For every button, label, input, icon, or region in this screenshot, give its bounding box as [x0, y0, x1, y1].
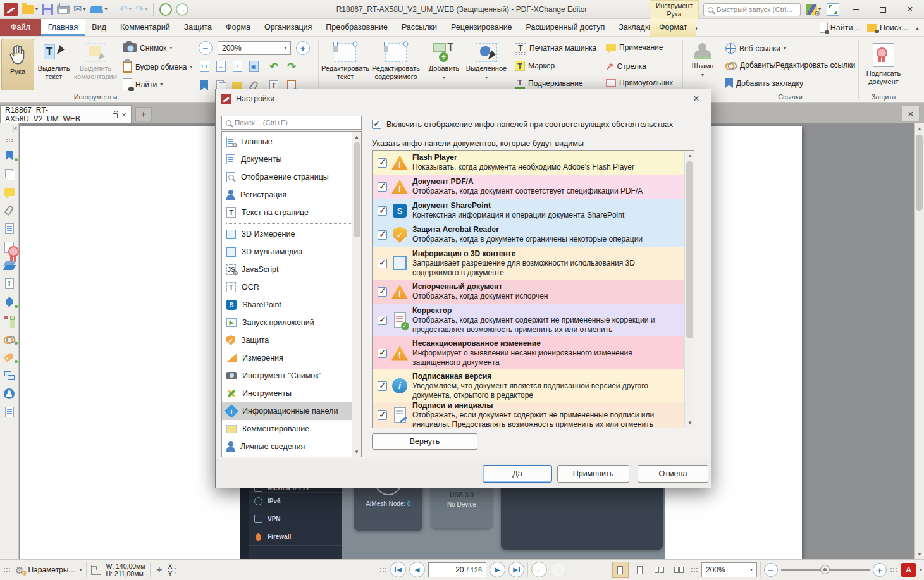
adobe-acrobat-icon[interactable]: A [901, 563, 916, 577]
ok-button[interactable]: Да [483, 465, 552, 483]
scan-button[interactable]: ▾ [89, 2, 108, 17]
arrow-tool-button[interactable]: ↗ Стрелка [606, 61, 646, 72]
checkbox-checked-icon[interactable] [378, 259, 387, 268]
close-button[interactable]: × [899, 1, 921, 18]
info-row-signed-version[interactable]: i Подписанная версияУведомляем, что доку… [373, 369, 684, 402]
category-info-bars[interactable]: iИнформационные панели [222, 402, 361, 420]
category-documents[interactable]: Документы [222, 151, 361, 168]
page-number-box[interactable]: / 126 [428, 562, 486, 577]
add-edit-links-button[interactable]: Добавить/Редактировать ссылки [725, 61, 855, 70]
two-pages-continuous-layout-button[interactable] [671, 562, 687, 578]
actual-size-button[interactable]: 1:1 [197, 59, 211, 73]
apply-button[interactable]: Применить [557, 465, 629, 483]
undo-button[interactable]: ↶▾ [118, 2, 132, 17]
rotate-ccw-button[interactable]: ↶ [267, 59, 281, 73]
tab-comment[interactable]: Комментарий [113, 19, 177, 36]
stamp-button[interactable]: Штамп ▾ [685, 39, 720, 93]
info-row-acrobat-security[interactable]: ✓ Защита Acrobat ReaderОтображать, когда… [373, 223, 684, 247]
select-comments-button[interactable]: Выделить комментарии [72, 39, 119, 90]
reset-button[interactable]: Вернуть [372, 433, 477, 450]
category-security[interactable]: ✓Защита [222, 331, 361, 349]
next-view-button[interactable]: → [550, 562, 566, 577]
ui-options-button[interactable]: ▾ [805, 2, 822, 17]
fit-page-button[interactable]: ▣ [247, 59, 261, 73]
two-pages-layout-button[interactable] [651, 562, 668, 578]
collapse-panel-icon[interactable]: |< [12, 125, 17, 132]
redo-button[interactable]: ↷▾ [135, 2, 148, 17]
info-row-flash-player[interactable]: ! Flash PlayerПоказывать, когда документ… [373, 151, 684, 175]
comments-panel-icon[interactable] [3, 186, 15, 198]
scroll-down-icon[interactable]: ▼ [915, 549, 924, 559]
zoom-out-button[interactable]: − [199, 41, 213, 55]
category-ocr[interactable]: TOCR [222, 278, 361, 296]
selected-tool-button[interactable]: Выделенное ▾ [465, 39, 507, 93]
info-list-scrollbar[interactable]: ▲ ▼ [684, 151, 694, 428]
zoom-in-button[interactable]: + [296, 41, 310, 55]
fit-visible-button[interactable]: ↕ [230, 59, 244, 73]
tab-form[interactable]: Форма [219, 19, 257, 36]
zoom-out-button[interactable]: − [764, 563, 778, 577]
underline-button[interactable]: T Подчеркивание [515, 78, 583, 89]
tab-close-icon[interactable]: × [121, 110, 126, 120]
info-row-pdfa[interactable]: ! Документ PDF/AОтображать, когда докуме… [373, 175, 684, 199]
history-back-button[interactable]: ← [159, 2, 173, 17]
typewriter-button[interactable]: T Печатная машинка [515, 43, 596, 53]
category-identity[interactable]: Личные сведения [222, 438, 361, 455]
previous-view-button[interactable]: ← [531, 562, 547, 577]
previous-page-button[interactable]: ◀ [409, 562, 425, 577]
add-object-button[interactable]: T+ Добавить ▾ [424, 39, 464, 93]
vertical-scrollbar[interactable]: ▲ ▼ [914, 123, 924, 559]
add-bookmark-button[interactable]: Добавить закладку [725, 78, 803, 88]
fit-width-button[interactable]: ↔ [214, 59, 228, 73]
tab-accessibility[interactable]: Расширенный доступ [519, 19, 612, 36]
find-tool-button[interactable]: Найти▾ [123, 78, 163, 90]
rotate-cw-button[interactable]: ↷ [285, 59, 299, 73]
checkbox-checked-icon[interactable] [378, 230, 387, 240]
tab-review[interactable]: Рецензирование [444, 19, 519, 36]
search-button[interactable]: Поиск... [867, 23, 908, 32]
category-3d-multimedia[interactable]: 3D мультимедиа [222, 243, 361, 261]
tab-organize[interactable]: Организация [257, 19, 319, 36]
scroll-up-icon[interactable]: ▲ [915, 123, 924, 133]
collapse-ribbon-icon[interactable]: ▴ [916, 25, 919, 32]
options-button[interactable]: Параметры... [28, 565, 75, 574]
scrollbar-thumb[interactable] [686, 161, 693, 338]
category-scrollbar[interactable]: ▲ ▼ [352, 132, 361, 457]
links-panel-icon[interactable] [3, 333, 15, 345]
scroll-up-icon[interactable]: ▲ [352, 132, 362, 142]
cancel-button[interactable]: Отмена [638, 465, 708, 483]
rectangle-tool-button[interactable]: Прямоугольник [606, 78, 673, 87]
tab-view[interactable]: Вид [85, 19, 113, 36]
order-panel-icon[interactable] [3, 369, 15, 381]
first-page-button[interactable]: ◀ [390, 562, 406, 577]
document-tab[interactable]: R18867_RT-AX58U_V2_UM_WEB × [0, 105, 132, 123]
tab-protect[interactable]: Защита [177, 19, 219, 36]
scroll-up-icon[interactable]: ▲ [685, 151, 695, 161]
category-tools[interactable]: Инструменты [222, 385, 361, 402]
clipboard-button[interactable]: Буфер обмена▾ [123, 61, 193, 73]
edit-content-button[interactable]: Редактировать содержимого [371, 39, 421, 93]
dialog-title-bar[interactable]: Настройки × [216, 89, 711, 108]
scroll-down-icon[interactable]: ▼ [685, 417, 695, 428]
checkbox-checked-icon[interactable] [378, 410, 387, 420]
new-tab-button[interactable]: + [135, 107, 152, 121]
checkbox-checked-icon[interactable] [378, 182, 387, 192]
minimize-button[interactable] [844, 1, 867, 18]
edit-text-button[interactable]: Редактировать текст [321, 39, 369, 93]
continuous-layout-button[interactable] [632, 562, 648, 578]
category-measurements[interactable]: Измерения [222, 349, 361, 367]
tab-convert[interactable]: Преобразование [319, 19, 395, 36]
bookmarks-button[interactable] [197, 78, 211, 92]
print-button[interactable] [56, 2, 70, 17]
nav-grip[interactable] [379, 567, 387, 572]
category-page-display[interactable]: Отображение страницы [222, 168, 361, 186]
adobe-grip[interactable] [890, 567, 897, 572]
info-row-signatures[interactable]: Подписи и инициалыОтображать, если докум… [373, 402, 684, 428]
last-page-button[interactable]: ▶ [508, 562, 524, 577]
find-button[interactable]: Найти... [820, 23, 859, 33]
accessibility-report-panel-icon[interactable] [3, 406, 15, 418]
quick-launch-search[interactable]: Быстрый запуск (Ctrl... [703, 3, 801, 16]
bookmarks-panel-icon[interactable] [3, 149, 15, 161]
open-button[interactable]: ▾ [21, 2, 39, 17]
layers-panel-icon[interactable] [3, 259, 15, 271]
